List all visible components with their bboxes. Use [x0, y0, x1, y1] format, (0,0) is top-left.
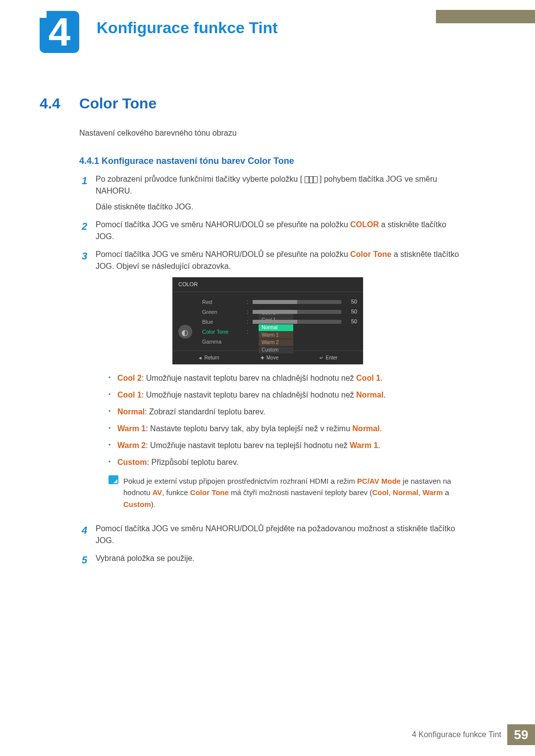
note-icon	[108, 475, 118, 484]
highlight: Warm 2	[117, 441, 146, 450]
highlight: Warm	[423, 488, 443, 497]
osd-options: Cool 2 Cool 1 Normal Warm 1 Warm 2 Custo…	[259, 309, 293, 354]
highlight: Normal	[356, 391, 383, 399]
highlight: COLOR	[350, 220, 379, 229]
osd-label-selected: Color Tone	[202, 327, 247, 337]
section-number: 4.4	[40, 95, 60, 112]
section-title: Color Tone	[79, 95, 157, 112]
step-body: Vybraná položka se použije.	[96, 553, 463, 567]
highlight: Normal	[117, 407, 145, 416]
text: .	[383, 391, 385, 399]
steps-container: 1 Po zobrazení průvodce funkčními tlačít…	[82, 173, 463, 573]
text: : Zobrazí standardní teplotu barev.	[145, 407, 265, 416]
text: má čtyři možnosti nastavení teploty bare…	[229, 488, 372, 497]
highlight: Warm 1	[350, 441, 378, 450]
page-footer: 4 Konfigurace funkce Tint 59	[412, 724, 535, 745]
osd-label: Blue	[202, 317, 247, 327]
list-item: Cool 2: Umožňuje nastavit teplotu barev …	[108, 372, 463, 384]
text: ).	[151, 500, 156, 508]
header-tab	[436, 10, 535, 23]
step-3: 3 Pomocí tlačítka JOG ve směru NAHORU/DO…	[82, 249, 463, 517]
osd-label: Gamma	[202, 337, 247, 347]
highlight: Custom	[123, 500, 151, 508]
highlight: Custom	[117, 458, 147, 466]
palette-icon	[178, 325, 192, 339]
list-item: Custom: Přizpůsobí teplotu barev.	[108, 456, 463, 468]
osd-label: Red	[202, 297, 247, 307]
text: ,	[419, 488, 423, 497]
step-number: 2	[82, 219, 96, 243]
osd-value: 50	[345, 298, 357, 306]
osd-option-selected: Normal	[259, 324, 293, 331]
chapter-title: Konfigurace funkce Tint	[97, 19, 278, 37]
step-4: 4 Pomocí tlačítka JOG ve směru NAHORU/DO…	[82, 523, 463, 547]
osd-screenshot: COLOR Red Green Blue Color Tone Gamma :5…	[172, 277, 363, 364]
osd-title: COLOR	[172, 277, 363, 292]
step-number: 5	[82, 553, 96, 567]
text: .	[379, 424, 381, 433]
step-5: 5 Vybraná položka se použije.	[82, 553, 463, 567]
list-item: Cool 1: Umožňuje nastavit teplotu barev …	[108, 389, 463, 401]
step-text: Po zobrazení průvodce funkčními tlačítky…	[96, 175, 302, 183]
osd-label: Green	[202, 307, 247, 317]
text: : Umožňuje nastavit teplotu barev na tep…	[146, 441, 350, 450]
osd-option: Custom	[259, 347, 293, 353]
text: : Umožňuje nastavit teplotu barev na chl…	[142, 374, 356, 382]
list-item: Warm 2: Umožňuje nastavit teplotu barev …	[108, 440, 463, 452]
note-block: Pokud je externí vstup připojen prostřed…	[108, 475, 463, 510]
menu-icon	[305, 176, 318, 183]
osd-option: Warm 2	[259, 339, 293, 346]
text: Pokud je externí vstup připojen prostřed…	[123, 477, 357, 485]
text: a	[443, 488, 449, 497]
step-body: Po zobrazení průvodce funkčními tlačítky…	[96, 173, 463, 213]
step-body: Pomocí tlačítka JOG ve směru NAHORU/DOLŮ…	[96, 219, 463, 243]
highlight: Cool 1	[117, 391, 142, 399]
text: .	[378, 441, 380, 450]
highlight: Normal	[393, 488, 419, 497]
step-text: Pomocí tlačítka JOG ve směru NAHORU/DOLŮ…	[96, 250, 350, 258]
step-number: 3	[82, 249, 96, 517]
highlight: PC/AV Mode	[357, 477, 401, 485]
footer-text: 4 Konfigurace funkce Tint	[412, 730, 501, 739]
highlight: Color Tone	[350, 250, 391, 258]
text: : Umožňuje nastavit teplotu barev na chl…	[142, 391, 356, 399]
text: : Nastavte teplotu barvy tak, aby byla t…	[146, 424, 352, 433]
step-number: 1	[82, 173, 96, 213]
text: , funkce	[162, 488, 190, 497]
osd-footer-enter: Enter	[320, 354, 337, 362]
step-text: Pomocí tlačítka JOG ve směru NAHORU/DOLŮ…	[96, 220, 350, 229]
highlight: Cool 1	[356, 374, 380, 382]
highlight: Warm 1	[117, 424, 146, 433]
chapter-number: 4	[49, 10, 71, 54]
osd-value: 50	[345, 307, 357, 316]
note-body: Pokud je externí vstup připojen prostřed…	[123, 475, 463, 510]
highlight: Cool	[372, 488, 388, 497]
osd-option: Warm 1	[259, 332, 293, 339]
step-number: 4	[82, 523, 96, 547]
text: : Přizpůsobí teplotu barev.	[147, 458, 239, 466]
section-intro: Nastavení celkového barevného tónu obraz…	[79, 129, 237, 138]
step-body: Pomocí tlačítka JOG ve směru NAHORU/DOLŮ…	[96, 523, 463, 547]
step-text: Dále stiskněte tlačítko JOG.	[96, 202, 193, 211]
step-2: 2 Pomocí tlačítka JOG ve směru NAHORU/DO…	[82, 219, 463, 243]
bullet-list: Cool 2: Umožňuje nastavit teplotu barev …	[108, 372, 463, 468]
page-number: 59	[507, 724, 535, 745]
text: .	[380, 374, 382, 382]
osd-footer-move: Move	[261, 354, 278, 362]
list-item: Normal: Zobrazí standardní teplotu barev…	[108, 406, 463, 418]
list-item: Warm 1: Nastavte teplotu barvy tak, aby …	[108, 423, 463, 435]
subsection-title: 4.4.1 Konfigurace nastavení tónu barev C…	[79, 156, 294, 166]
osd-labels: Red Green Blue Color Tone Gamma	[202, 297, 247, 347]
highlight: AV	[152, 488, 162, 497]
osd-values: :50 :50 :50 : Cool 2 Cool 1 Normal Warm …	[247, 297, 357, 347]
highlight: Normal	[352, 424, 379, 433]
highlight: Color Tone	[190, 488, 229, 497]
step-body: Pomocí tlačítka JOG ve směru NAHORU/DOLŮ…	[96, 249, 463, 517]
chapter-badge: 4	[40, 11, 79, 53]
text: ,	[389, 488, 393, 497]
highlight: Cool 2	[117, 374, 142, 382]
osd-footer-return: Return	[198, 354, 219, 362]
osd-value: 50	[345, 317, 357, 326]
step-1: 1 Po zobrazení průvodce funkčními tlačít…	[82, 173, 463, 213]
